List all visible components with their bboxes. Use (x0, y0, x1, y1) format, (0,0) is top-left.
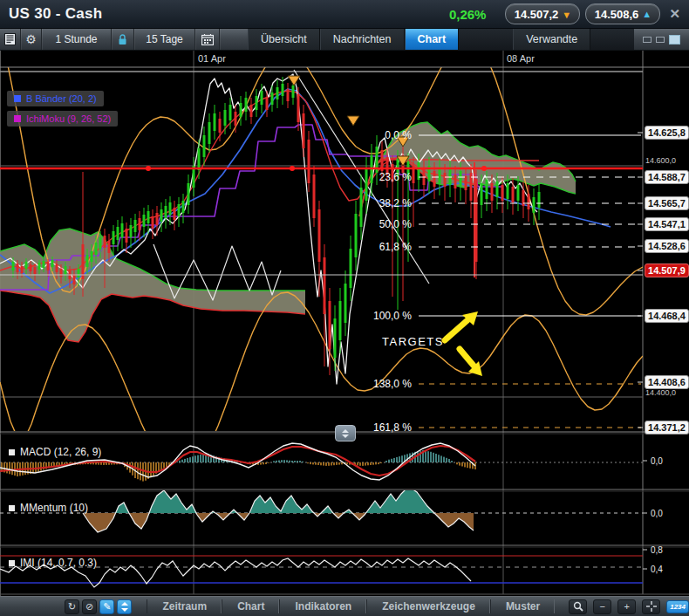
tile-small-icon[interactable] (643, 37, 651, 43)
tab-nachrichten[interactable]: Nachrichten (320, 29, 405, 50)
chart-region: 01 Apr08 AprB Bänder (20, 2)IchiMoku (9,… (0, 51, 689, 596)
chart-canvas[interactable] (0, 51, 689, 596)
zoom-in-icon[interactable]: + (617, 599, 636, 614)
gear-icon[interactable]: ⚙ (21, 29, 42, 50)
tool-button-zeichenwerkzeuge[interactable]: Zeichenwerkzeuge (366, 599, 490, 613)
tool-button-muster[interactable]: Muster (490, 599, 555, 613)
sort-arrows-icon[interactable] (117, 599, 132, 614)
arrow-up-icon: ▲ (642, 10, 651, 19)
tool-button-zeitraum[interactable]: Zeitraum (147, 599, 222, 613)
main-chart-layer (0, 51, 643, 475)
refresh-icon[interactable]: ↻ (65, 599, 79, 614)
bottom-toolbar: ↻ ⊘ ✎ ZeitraumChart TypIndikatorenZeiche… (0, 596, 689, 616)
tab-chart[interactable]: Chart (405, 29, 460, 50)
bottom-toolbar-zoom-group: − + 1234 (569, 599, 689, 614)
tile-wide-icon[interactable] (656, 37, 665, 43)
bid-price: 14.507,2 (515, 8, 559, 21)
page-title: US 30 - Cash (9, 5, 103, 23)
arrow-down-icon: ▼ (562, 10, 571, 20)
bottom-toolbar-buttons: ZeitraumChart TypIndikatorenZeichenwerkz… (147, 597, 555, 616)
tool-button-indikatoren[interactable]: Indikatoren (279, 599, 366, 613)
calendar-icon[interactable] (195, 29, 220, 50)
trading-app-window: US 30 - Cash 0,26% 14.507,2 ▼ 14.508,6 ▲… (0, 0, 689, 616)
tab-strip: ÜbersichtNachrichtenChartVerwandte (248, 29, 634, 50)
macd-panel (0, 443, 643, 482)
titlebar: US 30 - Cash 0,26% 14.507,2 ▼ 14.508,6 ▲… (0, 0, 689, 29)
splitter-up-icon (342, 429, 349, 433)
titlebar-right: 0,26% 14.507,2 ▼ 14.508,6 ▲ ✕ (449, 3, 680, 24)
window-controls (634, 29, 689, 50)
zoom-icon[interactable] (569, 599, 587, 614)
pencil-icon[interactable]: ✎ (99, 599, 114, 614)
tile-large-icon[interactable] (669, 35, 680, 44)
panel-splitter-handle[interactable] (335, 425, 356, 441)
buy-price-button[interactable]: 14.508,6 ▲ (585, 3, 660, 24)
toolbar-spacer (220, 29, 248, 50)
crosshair-icon[interactable] (642, 599, 660, 614)
ichimoku-cloud (0, 122, 576, 342)
range-dropdown[interactable]: 15 Tage (134, 29, 195, 50)
zoom-out-icon[interactable]: − (593, 599, 611, 614)
close-icon[interactable]: ✕ (669, 6, 680, 22)
values-1234-icon[interactable]: 1234 (666, 600, 689, 613)
tab-uebersicht[interactable]: Übersicht (248, 29, 320, 50)
news-list-icon[interactable] (0, 29, 21, 50)
ask-price: 14.508,6 (595, 8, 639, 21)
sell-price-button[interactable]: 14.507,2 ▼ (505, 3, 580, 24)
tool-button-chart-typ[interactable]: Chart Typ (222, 599, 279, 613)
change-percent: 0,26% (449, 7, 487, 22)
lock-icon[interactable] (112, 29, 134, 50)
momentum-panel (0, 489, 643, 532)
splitter-down-icon (342, 435, 349, 438)
tab-verwandte[interactable]: Verwandte (513, 29, 590, 50)
interval-dropdown[interactable]: 1 Stunde (42, 29, 112, 50)
imi-panel (0, 556, 643, 587)
chart-toolbar: ⚙ 1 Stunde 15 Tage ÜbersichtNachrichtenC… (0, 29, 689, 51)
candlesticks-layer (12, 77, 541, 375)
disable-icon[interactable]: ⊘ (82, 599, 97, 614)
